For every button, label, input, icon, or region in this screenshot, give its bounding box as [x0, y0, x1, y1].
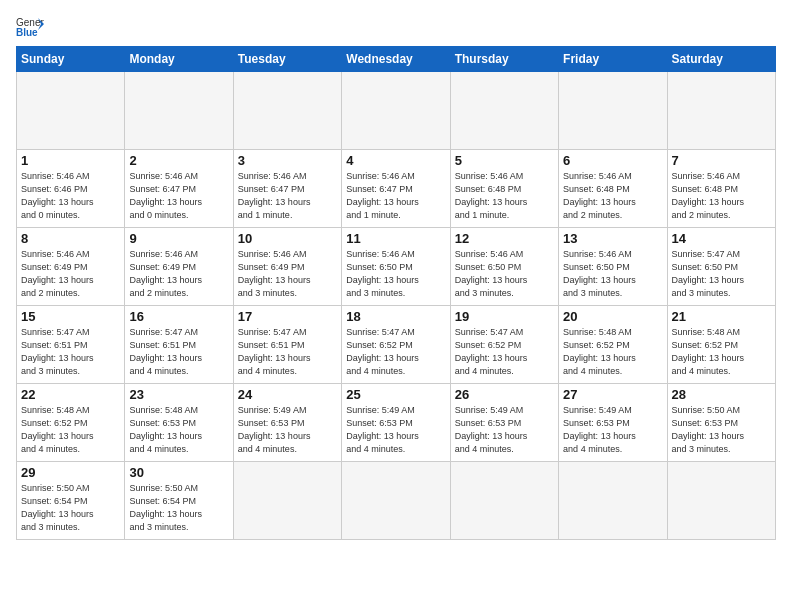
weekday-header-monday: Monday — [125, 47, 233, 72]
day-info: Sunrise: 5:49 AM Sunset: 6:53 PM Dayligh… — [455, 404, 554, 456]
day-info: Sunrise: 5:47 AM Sunset: 6:50 PM Dayligh… — [672, 248, 771, 300]
calendar-cell: 6Sunrise: 5:46 AM Sunset: 6:48 PM Daylig… — [559, 150, 667, 228]
day-info: Sunrise: 5:46 AM Sunset: 6:46 PM Dayligh… — [21, 170, 120, 222]
day-number: 27 — [563, 387, 662, 402]
calendar-cell: 5Sunrise: 5:46 AM Sunset: 6:48 PM Daylig… — [450, 150, 558, 228]
day-number: 15 — [21, 309, 120, 324]
calendar-cell: 4Sunrise: 5:46 AM Sunset: 6:47 PM Daylig… — [342, 150, 450, 228]
calendar-cell: 25Sunrise: 5:49 AM Sunset: 6:53 PM Dayli… — [342, 384, 450, 462]
day-info: Sunrise: 5:50 AM Sunset: 6:53 PM Dayligh… — [672, 404, 771, 456]
day-number: 3 — [238, 153, 337, 168]
day-info: Sunrise: 5:48 AM Sunset: 6:53 PM Dayligh… — [129, 404, 228, 456]
calendar-cell: 1Sunrise: 5:46 AM Sunset: 6:46 PM Daylig… — [17, 150, 125, 228]
day-info: Sunrise: 5:46 AM Sunset: 6:49 PM Dayligh… — [238, 248, 337, 300]
day-number: 7 — [672, 153, 771, 168]
calendar-cell: 21Sunrise: 5:48 AM Sunset: 6:52 PM Dayli… — [667, 306, 775, 384]
day-number: 13 — [563, 231, 662, 246]
calendar-cell — [342, 72, 450, 150]
calendar-cell — [233, 462, 341, 540]
day-info: Sunrise: 5:46 AM Sunset: 6:50 PM Dayligh… — [563, 248, 662, 300]
calendar-cell: 23Sunrise: 5:48 AM Sunset: 6:53 PM Dayli… — [125, 384, 233, 462]
day-info: Sunrise: 5:49 AM Sunset: 6:53 PM Dayligh… — [238, 404, 337, 456]
day-number: 21 — [672, 309, 771, 324]
page-header: General Blue — [16, 16, 776, 38]
calendar-cell: 13Sunrise: 5:46 AM Sunset: 6:50 PM Dayli… — [559, 228, 667, 306]
calendar-cell: 27Sunrise: 5:49 AM Sunset: 6:53 PM Dayli… — [559, 384, 667, 462]
day-info: Sunrise: 5:46 AM Sunset: 6:48 PM Dayligh… — [455, 170, 554, 222]
logo: General Blue — [16, 16, 44, 38]
calendar-cell: 22Sunrise: 5:48 AM Sunset: 6:52 PM Dayli… — [17, 384, 125, 462]
day-info: Sunrise: 5:46 AM Sunset: 6:48 PM Dayligh… — [672, 170, 771, 222]
calendar-cell — [233, 72, 341, 150]
calendar-cell — [125, 72, 233, 150]
calendar-cell: 2Sunrise: 5:46 AM Sunset: 6:47 PM Daylig… — [125, 150, 233, 228]
day-info: Sunrise: 5:46 AM Sunset: 6:47 PM Dayligh… — [129, 170, 228, 222]
calendar-cell — [342, 462, 450, 540]
day-number: 12 — [455, 231, 554, 246]
calendar-cell: 18Sunrise: 5:47 AM Sunset: 6:52 PM Dayli… — [342, 306, 450, 384]
day-number: 17 — [238, 309, 337, 324]
day-number: 30 — [129, 465, 228, 480]
day-number: 8 — [21, 231, 120, 246]
day-info: Sunrise: 5:46 AM Sunset: 6:49 PM Dayligh… — [129, 248, 228, 300]
day-number: 16 — [129, 309, 228, 324]
day-info: Sunrise: 5:48 AM Sunset: 6:52 PM Dayligh… — [563, 326, 662, 378]
day-info: Sunrise: 5:48 AM Sunset: 6:52 PM Dayligh… — [672, 326, 771, 378]
day-number: 26 — [455, 387, 554, 402]
day-number: 24 — [238, 387, 337, 402]
day-number: 19 — [455, 309, 554, 324]
calendar-cell — [559, 72, 667, 150]
calendar-cell: 17Sunrise: 5:47 AM Sunset: 6:51 PM Dayli… — [233, 306, 341, 384]
day-info: Sunrise: 5:47 AM Sunset: 6:51 PM Dayligh… — [129, 326, 228, 378]
weekday-header-wednesday: Wednesday — [342, 47, 450, 72]
calendar-cell: 7Sunrise: 5:46 AM Sunset: 6:48 PM Daylig… — [667, 150, 775, 228]
day-number: 1 — [21, 153, 120, 168]
day-info: Sunrise: 5:47 AM Sunset: 6:51 PM Dayligh… — [238, 326, 337, 378]
weekday-header-saturday: Saturday — [667, 47, 775, 72]
day-number: 20 — [563, 309, 662, 324]
calendar-cell: 19Sunrise: 5:47 AM Sunset: 6:52 PM Dayli… — [450, 306, 558, 384]
day-number: 5 — [455, 153, 554, 168]
calendar-cell — [450, 72, 558, 150]
weekday-header-friday: Friday — [559, 47, 667, 72]
day-number: 29 — [21, 465, 120, 480]
logo-icon: General Blue — [16, 16, 44, 38]
day-number: 4 — [346, 153, 445, 168]
calendar-cell: 30Sunrise: 5:50 AM Sunset: 6:54 PM Dayli… — [125, 462, 233, 540]
day-info: Sunrise: 5:46 AM Sunset: 6:49 PM Dayligh… — [21, 248, 120, 300]
calendar-cell: 29Sunrise: 5:50 AM Sunset: 6:54 PM Dayli… — [17, 462, 125, 540]
day-info: Sunrise: 5:46 AM Sunset: 6:47 PM Dayligh… — [346, 170, 445, 222]
calendar-cell: 26Sunrise: 5:49 AM Sunset: 6:53 PM Dayli… — [450, 384, 558, 462]
day-info: Sunrise: 5:46 AM Sunset: 6:48 PM Dayligh… — [563, 170, 662, 222]
day-info: Sunrise: 5:50 AM Sunset: 6:54 PM Dayligh… — [129, 482, 228, 534]
day-info: Sunrise: 5:47 AM Sunset: 6:52 PM Dayligh… — [346, 326, 445, 378]
calendar-cell — [667, 462, 775, 540]
calendar-cell — [17, 72, 125, 150]
day-number: 6 — [563, 153, 662, 168]
calendar-cell: 16Sunrise: 5:47 AM Sunset: 6:51 PM Dayli… — [125, 306, 233, 384]
calendar-cell: 11Sunrise: 5:46 AM Sunset: 6:50 PM Dayli… — [342, 228, 450, 306]
calendar-cell: 24Sunrise: 5:49 AM Sunset: 6:53 PM Dayli… — [233, 384, 341, 462]
svg-text:Blue: Blue — [16, 27, 38, 38]
calendar-cell: 10Sunrise: 5:46 AM Sunset: 6:49 PM Dayli… — [233, 228, 341, 306]
day-number: 22 — [21, 387, 120, 402]
day-number: 23 — [129, 387, 228, 402]
calendar-cell: 20Sunrise: 5:48 AM Sunset: 6:52 PM Dayli… — [559, 306, 667, 384]
day-info: Sunrise: 5:47 AM Sunset: 6:51 PM Dayligh… — [21, 326, 120, 378]
day-info: Sunrise: 5:47 AM Sunset: 6:52 PM Dayligh… — [455, 326, 554, 378]
day-number: 25 — [346, 387, 445, 402]
calendar-cell: 8Sunrise: 5:46 AM Sunset: 6:49 PM Daylig… — [17, 228, 125, 306]
day-number: 10 — [238, 231, 337, 246]
weekday-header-thursday: Thursday — [450, 47, 558, 72]
calendar-cell: 9Sunrise: 5:46 AM Sunset: 6:49 PM Daylig… — [125, 228, 233, 306]
day-info: Sunrise: 5:46 AM Sunset: 6:47 PM Dayligh… — [238, 170, 337, 222]
day-info: Sunrise: 5:49 AM Sunset: 6:53 PM Dayligh… — [563, 404, 662, 456]
weekday-header-sunday: Sunday — [17, 47, 125, 72]
calendar-cell: 3Sunrise: 5:46 AM Sunset: 6:47 PM Daylig… — [233, 150, 341, 228]
calendar-cell: 14Sunrise: 5:47 AM Sunset: 6:50 PM Dayli… — [667, 228, 775, 306]
day-number: 2 — [129, 153, 228, 168]
weekday-header-tuesday: Tuesday — [233, 47, 341, 72]
calendar: SundayMondayTuesdayWednesdayThursdayFrid… — [16, 46, 776, 540]
day-info: Sunrise: 5:46 AM Sunset: 6:50 PM Dayligh… — [346, 248, 445, 300]
day-info: Sunrise: 5:50 AM Sunset: 6:54 PM Dayligh… — [21, 482, 120, 534]
